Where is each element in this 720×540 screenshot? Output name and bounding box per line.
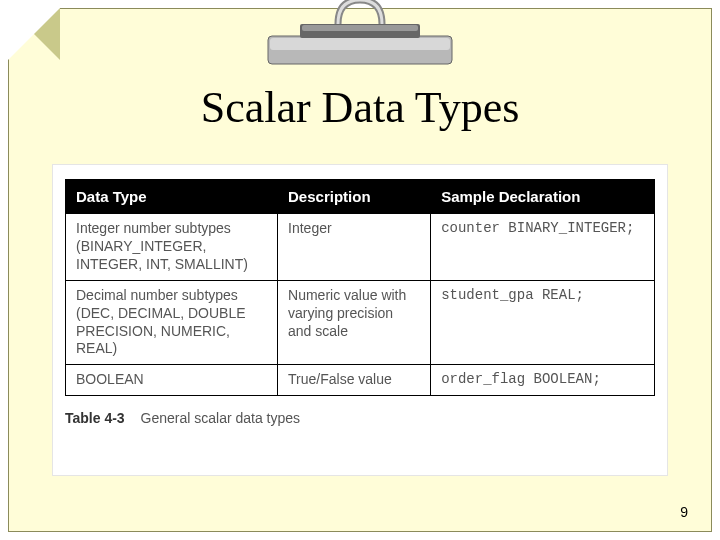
caption-text: General scalar data types xyxy=(141,410,301,426)
page-number: 9 xyxy=(680,504,688,520)
table-row: Integer number subtypes (BINARY_INTEGER,… xyxy=(66,214,655,281)
svg-rect-1 xyxy=(270,38,450,50)
clipboard-clip-icon xyxy=(260,0,460,76)
slide-title: Scalar Data Types xyxy=(0,82,720,133)
table-row: Decimal number subtypes (DEC, DECIMAL, D… xyxy=(66,280,655,365)
table-row: BOOLEAN True/False value order_flag BOOL… xyxy=(66,365,655,396)
cell-sample: counter BINARY_INTEGER; xyxy=(431,214,655,281)
cell-description: Numeric value with varying precision and… xyxy=(278,280,431,365)
table-header-row: Data Type Description Sample Declaration xyxy=(66,180,655,214)
cell-sample: student_gpa REAL; xyxy=(431,280,655,365)
cell-description: True/False value xyxy=(278,365,431,396)
cell-datatype: BOOLEAN xyxy=(66,365,278,396)
table-caption: Table 4-3 General scalar data types xyxy=(65,410,655,426)
cell-description: Integer xyxy=(278,214,431,281)
cell-sample: order_flag BOOLEAN; xyxy=(431,365,655,396)
svg-rect-3 xyxy=(302,25,418,31)
page-fold xyxy=(8,8,60,60)
cell-datatype: Integer number subtypes (BINARY_INTEGER,… xyxy=(66,214,278,281)
col-header-datatype: Data Type xyxy=(66,180,278,214)
col-header-sample: Sample Declaration xyxy=(431,180,655,214)
caption-label: Table 4-3 xyxy=(65,410,125,426)
cell-datatype: Decimal number subtypes (DEC, DECIMAL, D… xyxy=(66,280,278,365)
data-types-table: Data Type Description Sample Declaration… xyxy=(65,179,655,396)
col-header-description: Description xyxy=(278,180,431,214)
table-container: Data Type Description Sample Declaration… xyxy=(52,164,668,476)
